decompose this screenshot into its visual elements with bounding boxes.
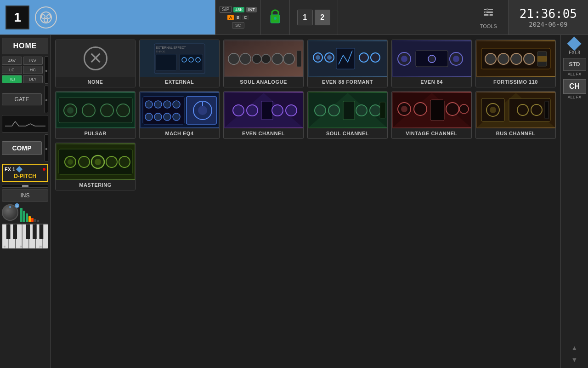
plugin-external-thumb: EXTERNAL EFFECT THROE: [140, 40, 219, 77]
svg-rect-43: [297, 51, 301, 67]
sip-section: SIP 48K INT A B C SC: [216, 0, 261, 34]
svg-point-82: [164, 113, 171, 121]
plugin-external[interactable]: EXTERNAL EFFECT THROE EXTERNAL: [139, 40, 220, 87]
svg-point-41: [272, 53, 283, 64]
std-section: STD ALL FX: [563, 58, 586, 76]
channel-number: 1: [6, 6, 29, 29]
svg-point-58: [453, 56, 459, 62]
plugin-mastering-label: MASTERING: [56, 180, 135, 190]
svg-point-63: [511, 53, 522, 64]
svg-point-2: [47, 15, 51, 18]
ch-button[interactable]: CH: [563, 79, 586, 94]
plugin-even-channel[interactable]: EVEN CHANNEL: [223, 91, 304, 139]
fxi8-diamond-icon: [567, 36, 582, 51]
plugin-even84-label: EVEN 84: [392, 77, 471, 87]
ctrl-inv[interactable]: INV: [23, 57, 43, 65]
plugin-even88-label: EVEN 88 FORMANT: [308, 77, 387, 87]
gate-row: GATE: [2, 86, 48, 113]
plugin-vintage-channel[interactable]: VINTAGE CHANNEL: [391, 91, 472, 139]
channel-button[interactable]: 1: [0, 0, 216, 34]
plugin-bus-channel-label: BUS CHANNEL: [476, 128, 555, 138]
sip-label: SIP: [220, 6, 232, 13]
svg-point-127: [106, 156, 117, 167]
comp-button[interactable]: COMP: [2, 141, 42, 155]
plugin-bus-channel[interactable]: BUS CHANNEL: [475, 91, 556, 139]
svg-point-1: [41, 15, 45, 18]
plugin-even84-thumb: [392, 40, 471, 77]
plugin-even88[interactable]: EVEN 88 FORMANT: [307, 40, 388, 87]
gate-slider[interactable]: [45, 86, 48, 113]
svg-rect-11: [488, 14, 490, 16]
num-btn-1[interactable]: 1: [297, 10, 313, 25]
content-area: ✕ NONE EXTERNAL EFFECT THROE: [51, 35, 560, 368]
scroll-up-button[interactable]: ▲: [570, 343, 579, 352]
plugin-macheq4[interactable]: MACH EQ4: [139, 91, 220, 139]
svg-point-54: [401, 56, 407, 62]
svg-point-117: [517, 104, 528, 115]
meter-bar: [20, 208, 23, 222]
meter-bar: [37, 220, 39, 222]
plugin-soul-channel[interactable]: SOUL CHANNEL: [307, 91, 388, 139]
fxi8-section[interactable]: FXI-8: [569, 39, 580, 55]
home-button[interactable]: HOME: [2, 38, 48, 54]
svg-point-51: [371, 53, 380, 62]
scroll-down-button[interactable]: ▼: [570, 355, 579, 364]
svg-point-97: [315, 105, 326, 116]
clock-time: 21:36:05: [520, 7, 577, 21]
plugin-fortissimo[interactable]: FORTISSIMO 110: [475, 40, 556, 87]
svg-text:16: 16: [39, 245, 42, 248]
fx1-slider[interactable]: [2, 184, 48, 188]
svg-point-73: [117, 104, 130, 117]
plugin-pulsar[interactable]: PULSAR: [55, 91, 136, 139]
svg-point-107: [414, 103, 427, 115]
hpf-slider[interactable]: [45, 56, 48, 84]
svg-point-80: [145, 113, 153, 121]
ctrl-lc[interactable]: LC: [2, 66, 22, 74]
fx1-box[interactable]: FX 1 D-PITCH: [2, 164, 48, 182]
svg-point-46: [316, 55, 320, 60]
meter-bars: [20, 203, 39, 222]
ctrl-hc[interactable]: HC: [23, 66, 43, 74]
tools-icon: [482, 6, 495, 22]
ins-button[interactable]: INS: [2, 190, 48, 201]
svg-point-70: [67, 107, 74, 114]
plugin-none[interactable]: ✕ NONE: [55, 40, 136, 87]
std-button[interactable]: STD: [563, 58, 586, 71]
plugin-soul-analogue-thumb: [224, 40, 303, 77]
volume-knob[interactable]: 1: [2, 204, 18, 221]
lock-section[interactable]: [261, 0, 290, 34]
plugin-vintage-channel-label: VINTAGE CHANNEL: [392, 128, 471, 138]
comp-slider[interactable]: [45, 134, 48, 162]
top-bar: 1 SIP 48K INT A B C SC: [0, 0, 588, 35]
svg-point-126: [95, 159, 101, 165]
plugin-soul-analogue[interactable]: SOUL ANALOGUE: [223, 40, 304, 87]
ctrl-dly[interactable]: DLY: [23, 75, 43, 83]
svg-point-109: [446, 103, 459, 115]
fx1-header: FX 1: [5, 167, 45, 172]
ctrl-tilt[interactable]: TILT: [2, 75, 22, 83]
knob-badge: 1: [15, 203, 19, 208]
num-btn-2[interactable]: 2: [315, 10, 330, 25]
svg-point-5: [274, 17, 277, 20]
channel-icon: [35, 6, 57, 29]
plugin-pulsar-thumb: [56, 92, 135, 128]
fxi8-label: FXI-8: [569, 50, 580, 55]
right-sidebar: FXI-8 STD ALL FX CH ALL FX ▲ ▼: [560, 35, 588, 368]
meter-bar: [26, 213, 28, 222]
svg-rect-21: [26, 224, 30, 239]
svg-point-62: [498, 53, 509, 64]
tools-section[interactable]: TOOLS: [469, 0, 509, 34]
svg-point-40: [261, 54, 271, 63]
plugin-soul-analogue-label: SOUL ANALOGUE: [224, 77, 303, 87]
meter-bar: [28, 216, 31, 222]
gate-button[interactable]: GATE: [2, 93, 42, 105]
svg-rect-119: [545, 101, 548, 119]
num-section: 1 2: [290, 0, 338, 34]
plugin-even84[interactable]: EVEN 84: [391, 40, 472, 87]
svg-rect-10: [485, 11, 486, 13]
plugin-mastering[interactable]: MASTERING: [55, 143, 136, 190]
plugin-soul-channel-thumb: [308, 92, 387, 128]
ctrl-48v[interactable]: 48V: [2, 57, 22, 65]
svg-point-128: [119, 156, 130, 167]
plugin-pulsar-label: PULSAR: [56, 128, 135, 138]
